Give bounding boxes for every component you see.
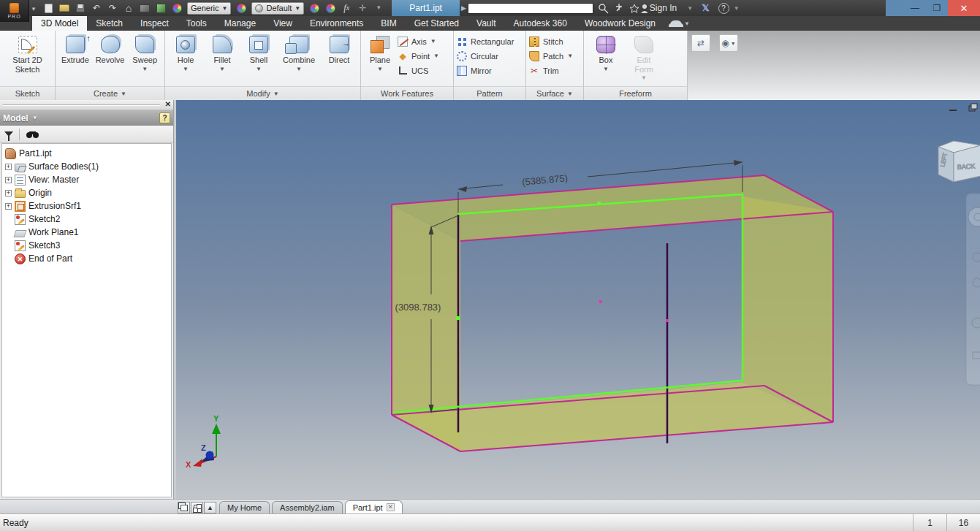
tree-item-view-master[interactable]: + View: Master [5, 173, 171, 186]
measure-button[interactable]: ✛ [357, 3, 368, 14]
panel-label-surface[interactable]: Surface▼ [526, 86, 583, 100]
tree-item-origin[interactable]: + Origin [5, 186, 171, 199]
doc-window-controls[interactable] [949, 104, 977, 111]
revolve-button[interactable]: Revolve [94, 33, 127, 65]
rectangular-pattern-button[interactable]: Rectangular [457, 35, 514, 47]
plane-button[interactable]: Plane ▼ [364, 33, 396, 72]
ucs-button[interactable]: UCS [398, 64, 439, 77]
panel-label-pattern[interactable]: Pattern [454, 86, 525, 100]
exchange-apps-icon[interactable]: 𝕏 [702, 2, 709, 14]
appearance-combo[interactable]: Default ▼ [251, 2, 304, 15]
navigation-bar[interactable] [966, 194, 980, 385]
tree-item-surface-bodies[interactable]: + Surface Bodies(1) [5, 160, 171, 173]
trim-button[interactable]: ✂Trim [529, 64, 573, 77]
tree-item-sketch2[interactable]: Sketch2 [5, 213, 171, 226]
point-button[interactable]: ◆Point▼ [398, 50, 439, 62]
circular-pattern-button[interactable]: Circular [457, 50, 514, 62]
adjust-appearance-button[interactable] [308, 3, 320, 14]
direct-button[interactable]: Direct [322, 33, 357, 65]
patch-button[interactable]: Patch▼ [529, 50, 573, 62]
sweep-button[interactable]: Sweep ▼ [128, 33, 162, 72]
qat-customize-arrow-icon[interactable]: ▼ [373, 3, 384, 14]
ribbon-tab-view[interactable]: View [265, 16, 301, 31]
ribbon-tab-get-started[interactable]: Get Started [406, 16, 468, 31]
ribbon-tab-manage[interactable]: Manage [216, 16, 265, 31]
tree-item-extrusionsrf1[interactable]: + ExtrusionSrf1 [5, 199, 171, 213]
tree-item-sketch3[interactable]: Sketch3 [5, 239, 171, 252]
appearance-wheel2-button[interactable] [235, 3, 247, 14]
clear-appearance-button[interactable] [324, 3, 336, 14]
expand-icon[interactable]: + [5, 203, 12, 210]
expand-icon[interactable]: + [5, 177, 12, 183]
combine-button[interactable]: Combine ▼ [278, 33, 320, 72]
expand-icon[interactable]: + [5, 190, 12, 196]
restore-button[interactable]: ❐ [926, 0, 948, 16]
home-button[interactable]: ⌂ [123, 3, 134, 14]
chevron-down-icon[interactable]: ▼ [32, 115, 38, 121]
start-2d-sketch-button[interactable]: Start 2D Sketch [4, 33, 52, 74]
collapse-ribbon-button[interactable]: ◉▼ [719, 34, 738, 52]
dimension-height-label[interactable]: (3098.783) [395, 302, 441, 313]
ribbon-tab-3d-model[interactable]: 3D Model [32, 16, 87, 31]
panel-label-sketch[interactable]: Sketch [0, 86, 55, 100]
ribbon-tab-autodesk-360[interactable]: Autodesk 360 [505, 16, 576, 31]
fillet-button[interactable]: Fillet ▼ [205, 33, 240, 72]
tile-windows-button[interactable] [191, 502, 203, 513]
browser-grip[interactable] [3, 104, 160, 106]
freeform-box-button[interactable]: Box ▼ [591, 33, 620, 72]
ribbon-tab-tools[interactable]: Tools [178, 16, 216, 31]
help-arrow-icon[interactable]: ▼ [734, 5, 740, 12]
doc-tab-my-home[interactable]: My Home [219, 501, 270, 513]
panel-label-modify[interactable]: Modify▼ [165, 86, 360, 100]
application-menu-button[interactable]: PRO [0, 0, 29, 22]
axis-button[interactable]: Axis▼ [398, 35, 439, 47]
ribbon-tab-environments[interactable]: Environments [301, 16, 372, 31]
switch-windows-button[interactable]: ⇄ [691, 34, 710, 52]
hole-button[interactable]: Hole ▼ [168, 33, 203, 72]
material-button[interactable] [155, 3, 167, 14]
cloud-menu-button[interactable]: ▼ [670, 16, 690, 31]
expand-icon[interactable]: + [5, 164, 12, 170]
render-button[interactable] [139, 3, 151, 14]
tree-item-work-plane1[interactable]: Work Plane1 [5, 226, 171, 239]
sign-in-arrow-icon[interactable]: ▼ [687, 5, 693, 12]
panel-label-freeform[interactable]: Freeform [584, 86, 687, 100]
viewport-3d[interactable]: (5385.875) (3098.783) Y X Z LEFT BACK [176, 100, 980, 499]
browser-help-icon[interactable]: ? [159, 112, 170, 123]
panel-label-work-features[interactable]: Work Features [361, 86, 453, 100]
help-icon[interactable]: ? [718, 3, 729, 14]
cascade-windows-button[interactable] [178, 502, 190, 513]
tree-item-end-of-part[interactable]: End of Part [5, 252, 171, 265]
redo-button[interactable]: ↷ [107, 3, 118, 14]
shell-button[interactable]: Shell ▼ [241, 33, 276, 72]
open-button[interactable] [58, 3, 70, 14]
search-binoculars-icon[interactable] [26, 129, 40, 140]
browser-close-icon[interactable]: ✕ [165, 100, 171, 108]
extrude-button[interactable]: Extrude [58, 33, 92, 65]
application-menu-arrow-icon[interactable]: ▼ [31, 6, 37, 12]
title-expand-arrow-icon[interactable]: ▶ [461, 4, 466, 12]
doc-tab-assembly2[interactable]: Assembly2.iam [272, 501, 343, 513]
doc-tab-part1[interactable]: Part1.ipt ✕ [345, 500, 403, 513]
search-input[interactable] [468, 3, 593, 14]
new-file-button[interactable] [42, 3, 54, 14]
save-button[interactable] [75, 3, 86, 14]
panel-label-create[interactable]: Create▼ [56, 86, 164, 100]
tree-item-part1[interactable]: Part1.ipt [5, 147, 171, 160]
view-cube[interactable]: LEFT BACK [938, 141, 980, 182]
stitch-button[interactable]: Stitch [529, 35, 573, 47]
ribbon-tab-woodwork-design[interactable]: Woodwork Design [576, 16, 664, 31]
tab-close-icon[interactable]: ✕ [387, 503, 395, 511]
undo-button[interactable]: ↶ [91, 3, 102, 14]
browser-title[interactable]: Model [3, 113, 29, 123]
filter-icon[interactable] [4, 131, 13, 137]
expand-tabbar-button[interactable]: ▲ [204, 502, 216, 513]
minimize-button[interactable]: — [904, 0, 926, 16]
appearance-wheel-button[interactable] [171, 3, 183, 14]
sign-in-button[interactable]: Sign In [650, 3, 677, 13]
material-combo[interactable]: Generic ▼ [187, 2, 231, 15]
ribbon-tab-inspect[interactable]: Inspect [132, 16, 178, 31]
ribbon-tab-bim[interactable]: BIM [372, 16, 405, 31]
close-button[interactable]: ✕ [948, 0, 980, 16]
dimension-width-label[interactable]: (5385.875) [522, 172, 569, 188]
